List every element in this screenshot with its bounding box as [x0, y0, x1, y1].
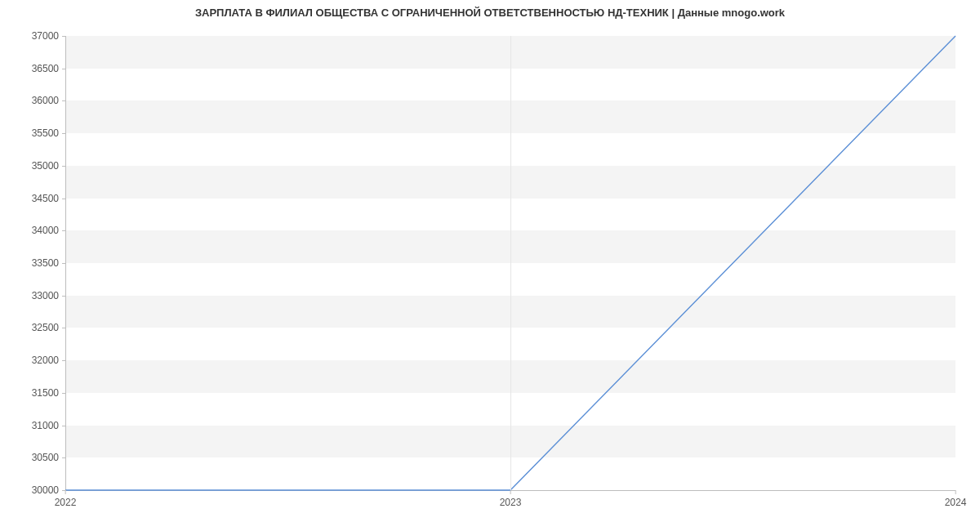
y-tick-label: 30000	[32, 484, 65, 496]
y-tick-label: 31500	[32, 387, 65, 399]
y-tick-label: 33000	[32, 290, 65, 301]
y-tick-label: 34000	[32, 225, 65, 236]
y-tick-label: 36500	[32, 63, 65, 74]
x-tick-label: 2024	[945, 490, 967, 508]
y-tick-label: 32500	[32, 322, 65, 333]
y-tick-label: 30500	[32, 452, 65, 463]
y-tick-label: 35500	[32, 127, 65, 139]
y-tick-label: 31000	[32, 420, 65, 431]
x-tick-label: 2023	[500, 490, 522, 508]
plot-area: 2022202320243000030500310003150032000325…	[65, 36, 956, 491]
y-tick-label: 33500	[32, 257, 65, 269]
y-tick-label: 36000	[32, 95, 65, 106]
y-tick-label: 34500	[32, 193, 65, 204]
chart-title: ЗАРПЛАТА В ФИЛИАЛ ОБЩЕСТВА С ОГРАНИЧЕННО…	[0, 7, 980, 19]
y-tick-label: 37000	[32, 30, 65, 42]
grid-vertical	[510, 36, 511, 490]
y-tick-label: 35000	[32, 160, 65, 172]
chart-container: ЗАРПЛАТА В ФИЛИАЛ ОБЩЕСТВА С ОГРАНИЧЕННО…	[0, 0, 980, 531]
y-tick-label: 32000	[32, 355, 65, 366]
